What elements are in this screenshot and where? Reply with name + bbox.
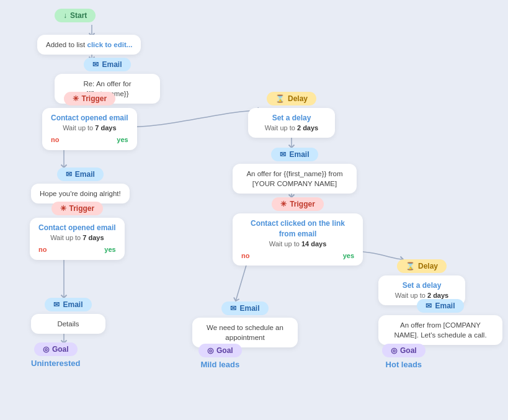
delay2-label: Delay: [418, 262, 438, 270]
email6-card[interactable]: An offer from [COMPANY NAME]. Let's sche…: [378, 315, 502, 345]
email6-text: An offer from [COMPANY NAME]. Let's sche…: [394, 321, 486, 339]
start-pill[interactable]: ↓ Start: [55, 9, 96, 22]
email3-text: Details: [57, 320, 79, 328]
start-label: Start: [70, 11, 87, 20]
email2-text: Hope you're doing alright!: [40, 190, 121, 197]
delay1-node: ⌛ Delay Set a delay Wait up to 2 days: [248, 92, 335, 138]
trigger1-yn: no yes: [51, 135, 128, 145]
added-to-list-text: Added to list click to edit...: [46, 41, 132, 48]
email5-icon: ✉: [230, 304, 236, 313]
added-to-list-card[interactable]: Added to list click to edit...: [37, 35, 141, 55]
trigger1-node: ✳ Trigger Contact opened email Wait up t…: [42, 92, 137, 150]
goal2-text: Mild leads: [200, 360, 239, 369]
email4-pill[interactable]: ✉ Email: [271, 148, 318, 161]
trigger2-card[interactable]: Contact opened email Wait up to 7 days n…: [30, 218, 125, 260]
trigger3-wait: Wait up to 14 days: [241, 239, 354, 249]
delay1-label: Delay: [288, 94, 308, 103]
trigger2-yes: yes: [104, 245, 115, 254]
goal2-pill[interactable]: ◎ Goal: [198, 344, 242, 357]
trigger3-card[interactable]: Contact clicked on the link from email W…: [233, 213, 363, 266]
trigger3-yn: no yes: [241, 251, 354, 261]
start-node[interactable]: ↓ Start: [55, 9, 96, 22]
email5-pill[interactable]: ✉ Email: [221, 302, 268, 315]
goal2-label-pill: Goal: [216, 346, 233, 355]
start-icon: ↓: [63, 11, 67, 20]
added-to-list-node: Added to list click to edit...: [37, 35, 141, 55]
trigger3-pill[interactable]: ✳ Trigger: [272, 197, 324, 211]
email2-pill[interactable]: ✉ Email: [57, 168, 104, 181]
delay1-wait: Wait up to 2 days: [257, 123, 326, 133]
goal3-node: ◎ Goal Hot leads: [382, 344, 426, 369]
trigger3-no: no: [241, 251, 249, 261]
trigger1-wait: Wait up to 7 days: [51, 123, 128, 133]
trigger2-link: Contact opened email: [38, 223, 116, 233]
email4-label: Email: [289, 150, 309, 159]
trigger3-link: Contact clicked on the link from email: [241, 218, 354, 239]
trigger1-no: no: [51, 135, 59, 145]
trigger1-card[interactable]: Contact opened email Wait up to 7 days n…: [42, 108, 137, 150]
goal3-icon: ◎: [391, 346, 397, 355]
goal3-label-pill: Goal: [400, 346, 417, 355]
goal2-icon: ◎: [207, 346, 213, 355]
email3-label: Email: [63, 300, 82, 309]
email6-label: Email: [435, 302, 455, 310]
email5-text: We need to schedule an appointment: [207, 324, 283, 341]
email4-text: An offer for {{first_name}} from [YOUR C…: [246, 170, 342, 187]
goal1-icon: ◎: [43, 345, 49, 354]
email3-icon: ✉: [53, 300, 60, 309]
goal2-node: ◎ Goal Mild leads: [198, 344, 242, 369]
email1-label: Email: [102, 60, 122, 69]
delay1-icon: ⌛: [275, 94, 285, 103]
trigger2-wait: Wait up to 7 days: [38, 233, 116, 243]
delay1-pill[interactable]: ⌛ Delay: [267, 92, 316, 105]
email6-pill[interactable]: ✉ Email: [417, 299, 463, 313]
trigger2-icon: ✳: [60, 204, 66, 213]
email4-node: ✉ Email An offer for {{first_name}} from…: [233, 148, 357, 194]
goal3-text: Hot leads: [386, 360, 422, 369]
trigger1-pill[interactable]: ✳ Trigger: [64, 92, 116, 105]
email2-card[interactable]: Hope you're doing alright!: [31, 184, 130, 203]
trigger2-no: no: [38, 245, 47, 254]
trigger3-yes: yes: [343, 251, 354, 261]
email4-icon: ✉: [280, 150, 286, 159]
email5-label: Email: [239, 304, 259, 313]
trigger1-yes: yes: [117, 135, 128, 145]
goal1-label-pill: Goal: [52, 345, 69, 354]
trigger2-label: Trigger: [69, 204, 95, 213]
trigger1-link: Contact opened email: [51, 113, 128, 123]
delay2-pill[interactable]: ⌛ Delay: [397, 259, 447, 273]
trigger1-label: Trigger: [82, 94, 107, 103]
email2-node: ✉ Email Hope you're doing alright!: [31, 168, 130, 203]
email2-icon: ✉: [66, 170, 72, 179]
trigger2-pill[interactable]: ✳ Trigger: [51, 202, 104, 215]
delay2-link: Set a delay: [387, 280, 457, 291]
email3-node: ✉ Email Details: [31, 298, 105, 334]
trigger2-node: ✳ Trigger Contact opened email Wait up t…: [30, 202, 125, 260]
delay2-icon: ⌛: [406, 262, 415, 270]
email3-pill[interactable]: ✉ Email: [45, 298, 91, 311]
email6-node: ✉ Email An offer from [COMPANY NAME]. Le…: [378, 299, 502, 345]
goal1-text: Uninterested: [31, 359, 80, 368]
trigger3-icon: ✳: [280, 200, 287, 208]
email1-icon: ✉: [92, 60, 99, 69]
goal3-pill[interactable]: ◎ Goal: [382, 344, 426, 357]
goal1-node: ◎ Goal Uninterested: [31, 342, 80, 368]
trigger2-yn: no yes: [38, 245, 116, 254]
goal1-pill[interactable]: ◎ Goal: [34, 342, 78, 356]
email4-card[interactable]: An offer for {{first_name}} from [YOUR C…: [233, 164, 357, 194]
email6-icon: ✉: [426, 302, 432, 310]
email5-node: ✉ Email We need to schedule an appointme…: [192, 302, 298, 347]
email3-card[interactable]: Details: [31, 314, 105, 334]
email1-pill[interactable]: ✉ Email: [84, 58, 130, 71]
trigger3-label: Trigger: [290, 200, 315, 208]
trigger1-icon: ✳: [73, 94, 79, 103]
delay1-card[interactable]: Set a delay Wait up to 2 days: [248, 108, 335, 138]
email5-card[interactable]: We need to schedule an appointment: [192, 318, 298, 347]
email2-label: Email: [75, 170, 95, 179]
delay1-link: Set a delay: [257, 113, 326, 123]
trigger3-node: ✳ Trigger Contact clicked on the link fr…: [233, 197, 363, 266]
